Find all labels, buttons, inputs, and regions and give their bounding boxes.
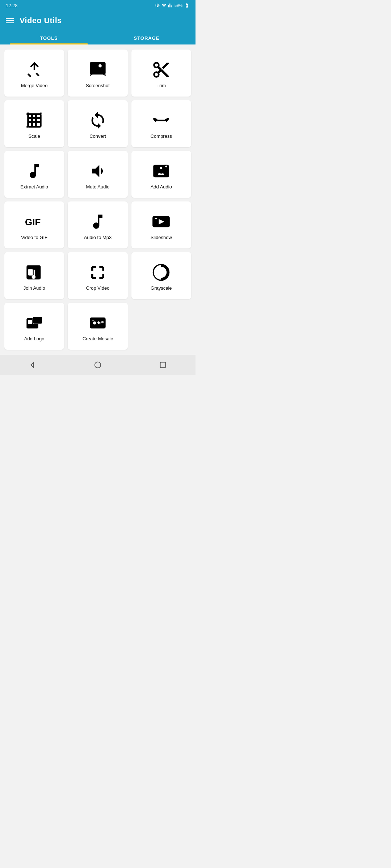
svg-point-31 [101, 321, 104, 323]
tool-compress[interactable]: Compress [131, 100, 191, 147]
tool-audio-to-mp3-label: Audio to Mp3 [84, 235, 112, 240]
tab-storage[interactable]: STORAGE [98, 30, 196, 44]
svg-point-34 [95, 362, 101, 368]
tool-screenshot-label: Screenshot [86, 83, 110, 88]
tool-slideshow[interactable]: Slideshow [131, 201, 191, 248]
svg-text:GIF: GIF [25, 216, 41, 227]
tool-add-audio-label: Add Audio [151, 184, 172, 190]
svg-rect-20 [28, 269, 33, 275]
svg-text:+: + [97, 319, 100, 326]
tool-video-to-gif-label: Video to GIF [21, 235, 47, 240]
tool-crop-video[interactable]: Crop Video [68, 252, 127, 299]
mosaic-icon: + [88, 314, 107, 332]
battery-level: 59% [175, 3, 182, 8]
audio-mp3-icon [88, 212, 107, 231]
menu-button[interactable] [6, 18, 14, 23]
tool-mute-audio[interactable]: Mute Audio [68, 151, 127, 198]
screenshot-icon [88, 60, 107, 79]
extract-audio-icon [25, 162, 44, 180]
app-title: Video Utils [20, 16, 62, 25]
wifi-icon [161, 3, 167, 8]
tool-scale-label: Scale [28, 133, 40, 139]
tool-screenshot[interactable]: Screenshot [68, 50, 127, 97]
gif-icon: GIF [25, 212, 44, 231]
tool-compress-label: Compress [151, 133, 172, 139]
tool-add-logo-label: Add Logo [24, 336, 45, 341]
tool-trim[interactable]: Trim [131, 50, 191, 97]
recent-button[interactable] [156, 358, 170, 372]
status-bar: 12:28 59% [0, 0, 196, 11]
join-audio-icon [25, 263, 44, 282]
app-header: Video Utils [0, 11, 196, 30]
svg-rect-25 [33, 316, 42, 324]
slideshow-icon [152, 212, 171, 231]
add-audio-icon: + [152, 162, 171, 180]
tool-convert[interactable]: Convert [68, 100, 127, 147]
svg-rect-24 [28, 320, 32, 324]
tool-mute-audio-label: Mute Audio [86, 184, 109, 190]
trim-icon [152, 60, 171, 79]
status-time: 12:28 [6, 3, 18, 8]
tool-merge-video[interactable]: Merge Video [4, 50, 64, 97]
tool-convert-label: Convert [89, 133, 106, 139]
tool-trim-label: Trim [157, 83, 166, 88]
svg-marker-33 [31, 362, 33, 368]
tool-video-to-gif[interactable]: GIF Video to GIF [4, 201, 64, 248]
svg-point-21 [31, 275, 35, 279]
back-button[interactable] [25, 358, 40, 372]
signal-icon [168, 3, 173, 8]
add-logo-icon [25, 314, 44, 332]
tool-crop-video-label: Crop Video [86, 285, 110, 291]
mute-audio-icon [88, 162, 107, 180]
tool-extract-audio[interactable]: Extract Audio [4, 151, 64, 198]
tool-scale[interactable]: Scale [4, 100, 64, 147]
tool-merge-video-label: Merge Video [21, 83, 47, 88]
svg-point-27 [93, 321, 96, 324]
svg-point-1 [98, 64, 102, 67]
tab-tools[interactable]: TOOLS [0, 30, 98, 44]
tools-grid: Merge Video Screenshot Trim [0, 44, 196, 355]
status-icons: 59% [155, 3, 190, 8]
tool-grayscale[interactable]: Grayscale [131, 252, 191, 299]
tool-slideshow-label: Slideshow [151, 235, 172, 240]
tool-join-audio[interactable]: Join Audio [4, 252, 64, 299]
compress-icon [152, 111, 171, 130]
crop-video-icon [88, 263, 107, 282]
merge-icon [25, 60, 44, 79]
battery-icon [184, 3, 190, 8]
tool-add-logo[interactable]: Add Logo [4, 303, 64, 350]
svg-point-32 [92, 320, 94, 321]
tool-grayscale-label: Grayscale [151, 285, 172, 291]
tool-audio-to-mp3[interactable]: Audio to Mp3 [68, 201, 127, 248]
convert-icon [88, 111, 107, 130]
vibrate-icon [155, 3, 160, 8]
tool-extract-audio-label: Extract Audio [20, 184, 48, 190]
grayscale-icon [152, 263, 171, 282]
tool-join-audio-label: Join Audio [24, 285, 45, 291]
bottom-navigation [0, 355, 196, 375]
tool-create-mosaic[interactable]: + Create Mosaic [68, 303, 127, 350]
tab-bar: TOOLS STORAGE [0, 30, 196, 44]
svg-rect-3 [28, 114, 41, 127]
tool-add-audio[interactable]: + Add Audio [131, 151, 191, 198]
tool-create-mosaic-label: Create Mosaic [83, 336, 113, 341]
scale-icon [25, 111, 44, 130]
svg-rect-35 [160, 362, 166, 368]
svg-text:+: + [165, 164, 167, 169]
home-button[interactable] [91, 358, 105, 372]
